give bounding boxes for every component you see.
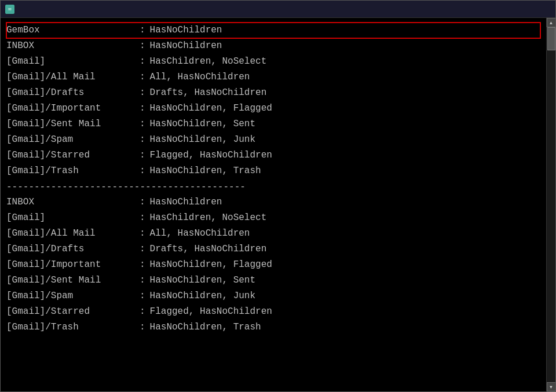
separator: : bbox=[140, 101, 145, 116]
separator: : bbox=[140, 304, 145, 320]
folder-name: [Gmail] bbox=[6, 210, 140, 226]
separator: : bbox=[140, 23, 145, 38]
folder-attributes: HasNoChildren bbox=[150, 23, 222, 38]
separator: : bbox=[140, 85, 145, 101]
close-button[interactable] bbox=[524, 1, 551, 18]
list-item: [Gmail]/Sent Mail: HasNoChildren, Sent bbox=[6, 116, 540, 132]
divider-text: ----------------------------------------… bbox=[6, 182, 246, 192]
folder-name: INBOX bbox=[6, 38, 140, 54]
folder-name: [Gmail]/Starred bbox=[6, 304, 140, 320]
list-item: GemBox: HasNoChildren bbox=[6, 23, 540, 38]
content-area: GemBox: HasNoChildrenINBOX: HasNoChildre… bbox=[1, 18, 555, 391]
list-item: [Gmail]: HasChildren, NoSelect bbox=[6, 210, 540, 226]
title-bar: ✉ bbox=[1, 1, 555, 18]
scrollbar-thumb[interactable] bbox=[547, 27, 555, 50]
folder-attributes: HasNoChildren, Junk bbox=[150, 132, 255, 148]
folder-name: [Gmail]/All Mail bbox=[6, 69, 140, 85]
folder-name: [Gmail]/Drafts bbox=[6, 241, 140, 257]
list-item: INBOX: HasNoChildren bbox=[6, 195, 540, 210]
folder-name: [Gmail] bbox=[6, 54, 140, 69]
list-item: [Gmail]/Starred: Flagged, HasNoChildren bbox=[6, 148, 540, 163]
folder-name: [Gmail]/Important bbox=[6, 257, 140, 273]
folder-name: [Gmail]/Trash bbox=[6, 163, 140, 179]
list-item: [Gmail]/All Mail: All, HasNoChildren bbox=[6, 226, 540, 241]
folder-name: [Gmail]/All Mail bbox=[6, 226, 140, 241]
separator: : bbox=[140, 54, 145, 69]
list-item: [Gmail]: HasChildren, NoSelect bbox=[6, 54, 540, 69]
folder-name: INBOX bbox=[6, 195, 140, 210]
separator: : bbox=[140, 132, 145, 148]
folder-name: [Gmail]/Trash bbox=[6, 320, 140, 335]
folder-attributes: All, HasNoChildren bbox=[150, 226, 250, 241]
list-item: INBOX: HasNoChildren bbox=[6, 38, 540, 54]
folder-name: [Gmail]/Starred bbox=[6, 148, 140, 163]
separator: : bbox=[140, 38, 145, 54]
folder-attributes: HasNoChildren bbox=[150, 38, 222, 54]
separator: : bbox=[140, 210, 145, 226]
folder-name: [Gmail]/Important bbox=[6, 101, 140, 116]
folder-attributes: HasNoChildren, Trash bbox=[150, 320, 261, 335]
folder-attributes: Drafts, HasNoChildren bbox=[150, 85, 267, 101]
list-item: [Gmail]/Drafts: Drafts, HasNoChildren bbox=[6, 85, 540, 101]
folder-attributes: HasNoChildren, Sent bbox=[150, 116, 255, 132]
main-content[interactable]: GemBox: HasNoChildrenINBOX: HasNoChildre… bbox=[1, 18, 546, 391]
separator: : bbox=[140, 116, 145, 132]
separator: : bbox=[140, 226, 145, 241]
folder-attributes: HasNoChildren, Trash bbox=[150, 163, 261, 179]
folder-attributes: HasChildren, NoSelect bbox=[150, 54, 267, 69]
separator: : bbox=[140, 148, 145, 163]
scrollbar-up-button[interactable]: ▲ bbox=[547, 18, 556, 27]
folder-name: [Gmail]/Sent Mail bbox=[6, 273, 140, 288]
minimize-button[interactable] bbox=[469, 1, 495, 18]
separator: : bbox=[140, 320, 145, 335]
list-item: [Gmail]/Sent Mail: HasNoChildren, Sent bbox=[6, 273, 540, 288]
folder-name: GemBox bbox=[6, 23, 140, 38]
folder-name: [Gmail]/Sent Mail bbox=[6, 116, 140, 132]
scrollbar: ▲ ▼ bbox=[546, 18, 555, 391]
separator: : bbox=[140, 195, 145, 210]
window-controls bbox=[469, 1, 551, 18]
separator: : bbox=[140, 163, 145, 179]
folder-attributes: HasChildren, NoSelect bbox=[150, 210, 267, 226]
divider-line: ----------------------------------------… bbox=[6, 179, 540, 195]
title-bar-left: ✉ bbox=[5, 5, 18, 14]
separator: : bbox=[140, 241, 145, 257]
folder-attributes: HasNoChildren, Junk bbox=[150, 288, 255, 304]
separator: : bbox=[140, 257, 145, 273]
folder-attributes: Flagged, HasNoChildren bbox=[150, 304, 272, 320]
list-item: [Gmail]/Starred: Flagged, HasNoChildren bbox=[6, 304, 540, 320]
separator: : bbox=[140, 69, 145, 85]
folder-attributes: HasNoChildren, Flagged bbox=[150, 101, 272, 116]
list-item: [Gmail]/Important: HasNoChildren, Flagge… bbox=[6, 257, 540, 273]
folder-attributes: HasNoChildren bbox=[150, 195, 222, 210]
app-icon: ✉ bbox=[5, 5, 14, 14]
folder-attributes: All, HasNoChildren bbox=[150, 69, 250, 85]
list-item: [Gmail]/All Mail: All, HasNoChildren bbox=[6, 69, 540, 85]
folder-attributes: Drafts, HasNoChildren bbox=[150, 241, 267, 257]
list-item: [Gmail]/Trash: HasNoChildren, Trash bbox=[6, 163, 540, 179]
folder-attributes: HasNoChildren, Sent bbox=[150, 273, 255, 288]
app-window: ✉ GemBox: HasNoChildrenINBOX: HasNoChild… bbox=[0, 0, 556, 392]
maximize-button[interactable] bbox=[496, 1, 523, 18]
scrollbar-down-button[interactable]: ▼ bbox=[547, 382, 556, 391]
list-item: [Gmail]/Important: HasNoChildren, Flagge… bbox=[6, 101, 540, 116]
list-item: [Gmail]/Drafts: Drafts, HasNoChildren bbox=[6, 241, 540, 257]
folder-name: [Gmail]/Spam bbox=[6, 132, 140, 148]
folder-attributes: Flagged, HasNoChildren bbox=[150, 148, 272, 163]
list-item: [Gmail]/Trash: HasNoChildren, Trash bbox=[6, 320, 540, 335]
list-item: [Gmail]/Spam: HasNoChildren, Junk bbox=[6, 132, 540, 148]
folder-attributes: HasNoChildren, Flagged bbox=[150, 257, 272, 273]
separator: : bbox=[140, 273, 145, 288]
list-item: [Gmail]/Spam: HasNoChildren, Junk bbox=[6, 288, 540, 304]
separator: : bbox=[140, 288, 145, 304]
scrollbar-track[interactable] bbox=[547, 27, 555, 382]
folder-name: [Gmail]/Drafts bbox=[6, 85, 140, 101]
folder-name: [Gmail]/Spam bbox=[6, 288, 140, 304]
